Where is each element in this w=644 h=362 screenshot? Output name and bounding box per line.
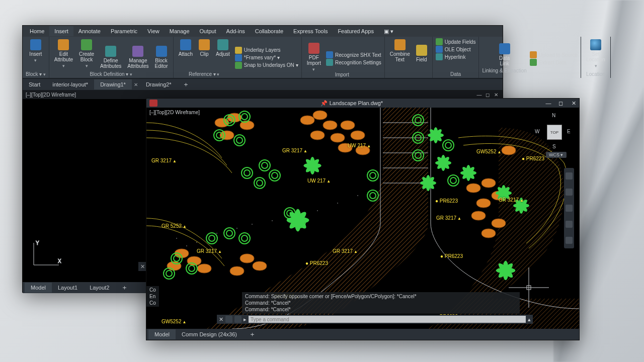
field-button[interactable]: Field (414, 38, 429, 63)
ribbon-tab[interactable]: Parametric (106, 26, 142, 36)
hyperlink-button[interactable]: Hyperlink (436, 53, 466, 60)
layout-tab[interactable]: Comm Design (24x36) (176, 329, 243, 339)
chevron-up-icon[interactable]: ▴ (528, 316, 531, 323)
layout-tab[interactable]: Layout2 (84, 283, 115, 293)
combine-text-icon (394, 39, 406, 50)
ribbon-overflow-icon[interactable]: ▣ ▾ (379, 26, 398, 37)
svg-point-21 (252, 224, 253, 225)
ribbon-tab[interactable]: Annotate (73, 26, 106, 36)
block-editor-button[interactable]: Block Editor (153, 38, 170, 70)
ribbon-tab[interactable]: Collaborate (250, 26, 288, 36)
ribbon-tab[interactable]: Output (195, 26, 221, 36)
panel-label: Data (450, 71, 461, 77)
maximize-icon[interactable]: ◻ (555, 100, 567, 107)
view-cube-top[interactable]: TOP (547, 125, 562, 140)
block-editor-icon (156, 46, 167, 57)
underlay-layers-button[interactable]: Underlay Layers (235, 47, 281, 54)
recognize-shx-button[interactable]: Recognize SHX Text (326, 51, 381, 58)
close-icon[interactable]: ✕ (219, 316, 223, 323)
pdf-import-button[interactable]: PDF Import (305, 42, 323, 73)
layers-icon (235, 47, 242, 54)
view-label[interactable]: [–][Top][2D Wireframe] (26, 92, 76, 98)
close-tab-icon[interactable]: ✕ (132, 82, 140, 87)
combine-text-button[interactable]: Combine Text (388, 38, 412, 63)
compass-n[interactable]: N (552, 113, 555, 118)
cmd-icon[interactable] (225, 316, 232, 323)
panel-block-definition: Edit Attribute Create Block Define Attri… (49, 37, 174, 78)
doc-tab[interactable]: Drawing2* (140, 79, 178, 89)
adjust-button[interactable]: Adjust (214, 38, 232, 58)
app-icon[interactable] (149, 100, 157, 107)
edit-attribute-button[interactable]: Edit Attribute (52, 38, 75, 70)
minimize-icon[interactable]: — (543, 100, 554, 106)
adjust-icon (217, 39, 228, 50)
doc-tab[interactable]: Start (23, 79, 46, 89)
svg-point-17 (186, 245, 187, 246)
svg-text:Y: Y (36, 240, 39, 246)
wcs-dropdown[interactable]: WCS ▾ (546, 152, 567, 158)
doc-tab[interactable]: Drawing1* (94, 79, 132, 89)
recognition-settings-button[interactable]: Recognition Settings (326, 59, 381, 66)
snap-underlays-button[interactable]: Snap to Underlays ON ▾ (235, 62, 298, 69)
close-icon[interactable]: ✕ (493, 92, 500, 98)
set-location-button[interactable]: Set Location (584, 38, 607, 70)
panel-reference: Attach Clip Adjust Reference ▾ Underlay … (174, 37, 302, 78)
close-icon[interactable]: ✕ (568, 100, 579, 107)
hyperlink-icon (436, 53, 443, 60)
ucs-icon: Y X (29, 240, 64, 270)
extract-icon (530, 59, 537, 66)
pin-icon[interactable]: 📌 (320, 100, 328, 106)
upload-icon (530, 51, 537, 58)
nav-tool[interactable] (566, 189, 573, 196)
update-fields-button[interactable]: Update Fields (436, 38, 476, 45)
compass-w[interactable]: W (535, 129, 539, 134)
nav-tool[interactable] (566, 172, 573, 179)
ribbon-tab[interactable]: Express Tools (288, 26, 333, 36)
manage-attributes-button[interactable]: Manage Attributes (125, 38, 150, 70)
clip-icon (199, 39, 210, 50)
nav-tool[interactable] (566, 237, 573, 244)
cmd-icon[interactable] (234, 316, 242, 323)
view-cube[interactable]: TOP N S E W WCS ▾ (534, 112, 574, 152)
minimize-icon[interactable]: — (475, 92, 482, 98)
ribbon-tab[interactable]: Manage (165, 26, 195, 36)
ole-object-button[interactable]: OLE Object (436, 46, 471, 53)
frames-vary-button[interactable]: *Frames vary* ▾ (235, 54, 280, 61)
ribbon-tab[interactable]: Add-ins (221, 26, 250, 36)
model-tab[interactable]: Model (148, 329, 176, 339)
create-block-button[interactable]: Create Block (77, 38, 96, 70)
nav-tool[interactable] (566, 221, 573, 228)
doc-tab[interactable]: interior-layout* (46, 79, 94, 89)
close-icon[interactable]: ✕ (140, 263, 145, 270)
ribbon-tab[interactable]: Insert (49, 26, 73, 36)
compass-s[interactable]: S (552, 144, 556, 149)
drawing-canvas-2[interactable]: [–][Top][2D Wireframe] (146, 108, 579, 329)
layout-tab[interactable]: Layout1 (52, 283, 84, 293)
define-attributes-button[interactable]: Define Attributes (98, 38, 123, 70)
chevron-right-icon: ▸ (244, 316, 247, 323)
ribbon-tab[interactable]: Home (25, 26, 49, 36)
new-tab-button[interactable]: ＋ (178, 80, 194, 89)
upload-source-button[interactable]: Upload to Source (530, 51, 578, 58)
compass-e[interactable]: E (567, 129, 571, 134)
new-layout-button[interactable]: ＋ (243, 328, 262, 341)
insert-button[interactable]: Insert (27, 38, 44, 64)
panel-text: Combine Text Field (385, 37, 433, 78)
panel-label[interactable]: Reference ▾ (189, 71, 219, 77)
panel-label[interactable]: Block Definition ▾ (90, 71, 132, 77)
new-layout-button[interactable]: ＋ (115, 281, 134, 294)
maximize-icon[interactable]: ◻ (484, 92, 491, 98)
ribbon-tab[interactable]: Featured Apps (333, 26, 379, 36)
file-title: Landscape Plan.dwg* (330, 100, 383, 106)
data-link-button[interactable]: Data Link (497, 42, 512, 67)
ribbon-tab[interactable]: View (142, 26, 165, 36)
model-tab[interactable]: Model (25, 283, 52, 293)
nav-tool[interactable] (566, 205, 573, 212)
command-input[interactable] (249, 316, 526, 323)
panel-label[interactable]: Block ▾ (26, 71, 46, 77)
svg-point-24 (317, 210, 318, 211)
attach-button[interactable]: Attach (177, 38, 195, 58)
svg-point-25 (337, 203, 338, 204)
clip-button[interactable]: Clip (197, 38, 212, 58)
extract-data-button[interactable]: Extract Data (530, 59, 567, 66)
